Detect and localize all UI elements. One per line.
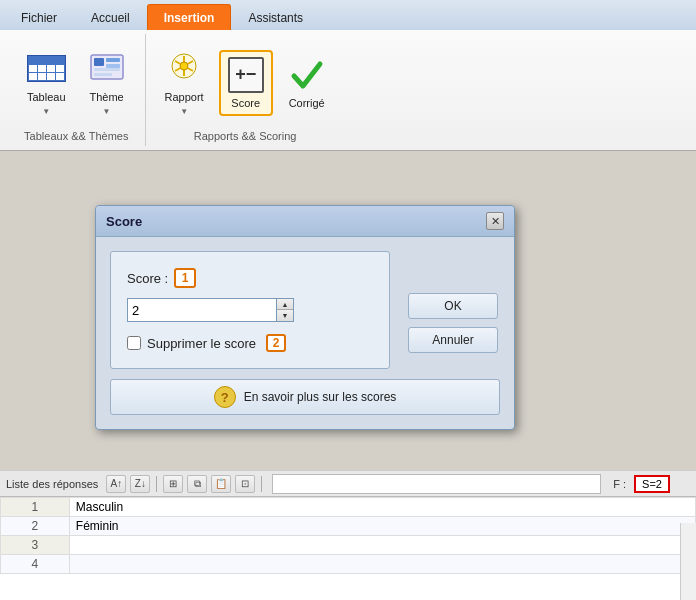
tab-accueil[interactable]: Accueil	[74, 4, 147, 30]
rapport-button[interactable]: Rapport ▼	[158, 45, 211, 121]
score-display-row: Score : 1	[127, 268, 373, 288]
tab-insertion[interactable]: Insertion	[147, 4, 232, 30]
row-num-2: 2	[1, 517, 70, 536]
filter-button[interactable]: ⊞	[163, 475, 183, 493]
tableau-dropdown-arrow: ▼	[42, 107, 50, 116]
rapport-dropdown-arrow: ▼	[180, 107, 188, 116]
table-row: 4	[1, 555, 696, 574]
tab-assistants[interactable]: Assistants	[231, 4, 320, 30]
score-input-field[interactable]	[127, 298, 277, 322]
row-value-3	[69, 536, 695, 555]
toolbar-sep-1	[156, 476, 157, 492]
corrige-button[interactable]: Corrigé	[281, 51, 333, 115]
ribbon-body: Tableau ▼ Thème	[0, 30, 696, 150]
svg-rect-3	[106, 64, 120, 68]
score-label: Score :	[127, 271, 168, 286]
row-value-1: Masculin	[69, 498, 695, 517]
dialog-main-area: Score : 1 ▲ ▼ Supprimer le score 2	[110, 251, 390, 369]
group-label-tableaux: Tableaux && Thèmes	[24, 128, 128, 142]
suppress-checkbox-row: Supprimer le score 2	[127, 334, 373, 352]
sort-desc-button[interactable]: Z↓	[130, 475, 150, 493]
bottom-area: Liste des réponses A↑ Z↓ ⊞ ⧉ 📋 ⊡ F : S=2…	[0, 470, 696, 600]
copy-button[interactable]: ⧉	[187, 475, 207, 493]
paste-button[interactable]: 📋	[211, 475, 231, 493]
group-buttons-rapports: Rapport ▼ +− Score	[158, 38, 333, 128]
theme-button[interactable]: Thème ▼	[81, 45, 133, 121]
suppress-label: Supprimer le score	[147, 336, 256, 351]
score-display-button[interactable]: S=2	[634, 475, 670, 493]
ribbon-group-rapports: Rapport ▼ +− Score	[146, 34, 345, 146]
ribbon: Fichier Accueil Insertion Assistants	[0, 0, 696, 151]
row-value-2: Féminin	[69, 517, 695, 536]
bottom-toolbar: Liste des réponses A↑ Z↓ ⊞ ⧉ 📋 ⊡ F : S=2	[0, 471, 696, 497]
group-buttons-tableaux: Tableau ▼ Thème	[20, 38, 133, 128]
help-icon: ?	[214, 386, 236, 408]
group-label-rapports: Rapports && Scoring	[194, 128, 297, 142]
f-label: F :	[613, 478, 626, 490]
dialog-title: Score	[106, 214, 142, 229]
dialog-close-button[interactable]: ✕	[486, 212, 504, 230]
theme-dropdown-arrow: ▼	[103, 107, 111, 116]
ribbon-tab-bar: Fichier Accueil Insertion Assistants	[0, 0, 696, 30]
dialog-titlebar: Score ✕	[96, 206, 514, 237]
dialog-body: Score : 1 ▲ ▼ Supprimer le score 2 ? En …	[96, 237, 514, 429]
tableau-icon	[27, 50, 65, 88]
table-row: 3	[1, 536, 696, 555]
svg-rect-4	[94, 68, 120, 71]
tableau-button[interactable]: Tableau ▼	[20, 45, 73, 121]
score-icon: +−	[227, 56, 265, 94]
suppress-checkbox[interactable]	[127, 336, 141, 350]
row-value-4	[69, 555, 695, 574]
sort-asc-button[interactable]: A↑	[106, 475, 126, 493]
ok-button[interactable]: OK	[408, 293, 498, 319]
spinner-up-button[interactable]: ▲	[277, 299, 293, 310]
response-table: 1 Masculin 2 Féminin 3 4	[0, 497, 696, 574]
svg-rect-5	[94, 73, 112, 76]
row-num-1: 1	[1, 498, 70, 517]
table-row: 2 Féminin	[1, 517, 696, 536]
corrige-icon	[288, 56, 326, 94]
export-button[interactable]: ⊡	[235, 475, 255, 493]
toolbar-sep-2	[261, 476, 262, 492]
help-button[interactable]: ? En savoir plus sur les scores	[110, 379, 500, 415]
svg-rect-1	[94, 58, 104, 66]
help-label: En savoir plus sur les scores	[244, 390, 397, 404]
score-input-row: ▲ ▼	[127, 298, 373, 322]
svg-rect-2	[106, 58, 120, 62]
spinner-down-button[interactable]: ▼	[277, 310, 293, 321]
table-row: 1 Masculin	[1, 498, 696, 517]
tab-fichier[interactable]: Fichier	[4, 4, 74, 30]
score-badge-1: 1	[174, 268, 196, 288]
row-num-4: 4	[1, 555, 70, 574]
dialog-action-buttons: OK Annuler	[408, 293, 498, 353]
filter-dropdown[interactable]	[272, 474, 601, 494]
toolbar-list-label: Liste des réponses	[6, 478, 98, 490]
scrollbar-right[interactable]	[680, 523, 696, 600]
score-dialog: Score ✕ Score : 1 ▲ ▼ Supprimer le score	[95, 205, 515, 430]
svg-point-10	[180, 62, 188, 70]
theme-icon	[88, 50, 126, 88]
data-grid: 1 Masculin 2 Féminin 3 4	[0, 497, 696, 600]
row-num-3: 3	[1, 536, 70, 555]
ribbon-group-tableaux: Tableau ▼ Thème	[8, 34, 146, 146]
rapport-icon	[165, 50, 203, 88]
cancel-button[interactable]: Annuler	[408, 327, 498, 353]
score-spinner: ▲ ▼	[277, 298, 294, 322]
suppress-badge: 2	[266, 334, 286, 352]
score-button[interactable]: +− Score	[219, 50, 273, 116]
